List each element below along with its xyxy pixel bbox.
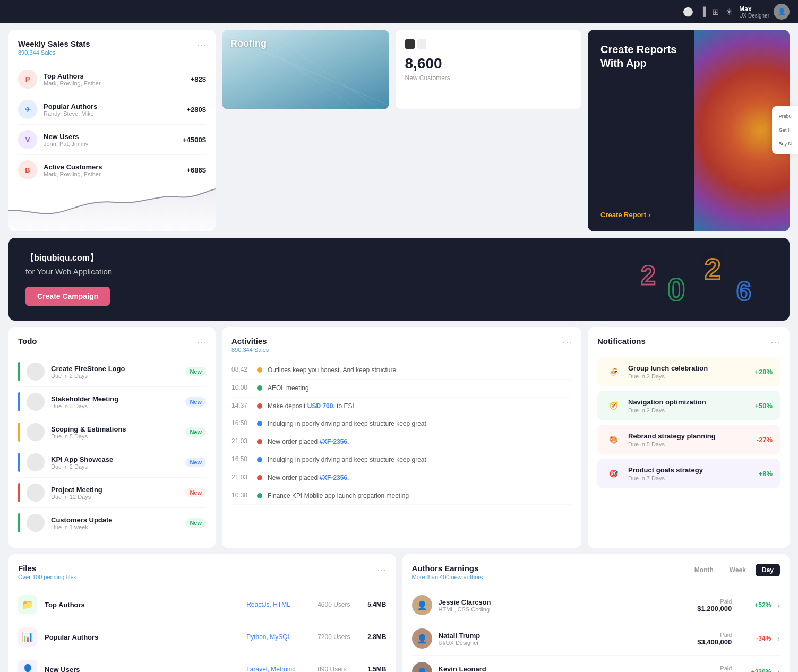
stat-items: P Top Authors Mark, Rowling, Esther +82$… <box>18 64 206 185</box>
todo-menu[interactable]: ⋯ <box>196 337 206 348</box>
grid-icon[interactable]: ⊞ <box>712 7 719 17</box>
author-change: -34% <box>744 635 771 642</box>
avatar <box>27 453 45 471</box>
activity-text: Outlines keep you honest. And keep struc… <box>268 366 572 375</box>
user-profile[interactable]: Max UX Designer 👤 <box>739 4 790 20</box>
file-name: Popular Authors <box>45 633 239 641</box>
author-change: +230% <box>744 668 771 672</box>
file-users: 7200 Users <box>318 633 360 641</box>
activity-time: 10:00 <box>231 384 252 391</box>
chevron-right-icon[interactable]: › <box>777 634 780 643</box>
notif-info: Product goals strategy Due in 7 Days <box>628 466 752 481</box>
stat-item: P Top Authors Mark, Rowling, Esther +82$ <box>18 64 206 94</box>
todo-badge: New <box>185 427 206 437</box>
file-tech: Python, MySQL <box>246 633 310 641</box>
nc-square-dark <box>405 39 415 49</box>
files-menu[interactable]: ⋯ <box>377 564 387 575</box>
list-item: 🎯 Product goals strategy Due in 7 Days +… <box>597 459 780 488</box>
list-item: 08:42 Outlines keep you honest. And keep… <box>231 361 572 380</box>
ae-tabs: Month Week Day <box>688 564 780 576</box>
todo-bar <box>18 423 20 442</box>
list-item: 🎨 Rebrand strategy planning Due in 5 Day… <box>597 425 780 454</box>
side-panel-item-geth[interactable]: Get H <box>774 124 796 136</box>
file-size: 2.8MB <box>367 633 386 641</box>
activity-text: Indulging in poorly driving and keep str… <box>268 419 572 428</box>
weekly-stats-subtitle: 890,344 Sales <box>18 49 90 56</box>
create-campaign-button[interactable]: Create Campaign <box>25 287 110 306</box>
notifications-card: Notifications ⋯ 🍜 Group lunch celebratio… <box>588 327 790 548</box>
files-subtitle: Over 100 pending files <box>18 574 76 580</box>
tab-week[interactable]: Week <box>723 564 752 576</box>
file-name: New Users <box>45 666 239 673</box>
activity-text: Finance KPI Mobile app launch preparion … <box>268 492 572 501</box>
stat-item: ✈ Popular Authors Randy, Steve, Mike +28… <box>18 94 206 125</box>
notif-icon: 🎯 <box>605 465 622 482</box>
list-item: 21:03 New order placed #XF-2356. <box>231 469 572 487</box>
todo-badge: New <box>185 367 206 376</box>
avatar <box>27 393 45 411</box>
tab-day[interactable]: Day <box>756 564 780 576</box>
svg-text:6: 6 <box>736 277 751 306</box>
todo-badge: New <box>185 518 206 528</box>
file-name: Top Authors <box>45 601 239 609</box>
side-panel-item-buyn[interactable]: Buy N <box>774 138 796 150</box>
chart-area <box>8 168 216 231</box>
stat-info: Top Authors Mark, Rowling, Esther <box>44 72 184 87</box>
list-item: 👤 Kevin Leonard Art Director Paid $35,60… <box>412 656 780 672</box>
list-item: 🍜 Group lunch celebration Due in 2 Days … <box>597 357 780 386</box>
list-item: 16:50 Indulging in poorly driving and ke… <box>231 415 572 433</box>
activity-dot <box>257 439 262 444</box>
notifications-menu[interactable]: ⋯ <box>770 337 780 348</box>
todo-badge: New <box>185 458 206 467</box>
create-report-link[interactable]: Create Report › <box>600 211 777 219</box>
todo-items: Create FireStone Logo Due in 2 Days New … <box>18 357 206 538</box>
activity-text: New order placed #XF-2356. <box>268 473 572 483</box>
todo-bar <box>18 453 20 472</box>
list-item: 16:50 Indulging in poorly driving and ke… <box>231 451 572 469</box>
todo-bar <box>18 483 20 502</box>
notifications-title: Notifications <box>597 337 646 346</box>
list-item: Project Meeting Due in 12 Days New <box>18 478 206 508</box>
chevron-right-icon[interactable]: › <box>777 601 780 609</box>
activity-dot <box>257 493 262 498</box>
activity-dot <box>257 421 262 426</box>
campaign-decoration: 2 0 2 6 <box>630 238 790 321</box>
tab-month[interactable]: Month <box>688 564 720 576</box>
activity-dot <box>257 457 262 462</box>
avatar: 👤 <box>412 662 432 672</box>
list-item: KPI App Showcase Due in 2 Days New <box>18 447 206 478</box>
todo-info: Create FireStone Logo Due in 2 Days <box>51 365 179 379</box>
weekly-stats-menu[interactable]: ⋯ <box>196 39 206 51</box>
brightness-icon[interactable]: ☀ <box>725 7 733 17</box>
todo-badge: New <box>185 488 206 497</box>
new-customers-card: 8,600 New Customers <box>396 30 582 109</box>
chevron-right-icon[interactable]: › <box>777 668 780 672</box>
activities-menu[interactable]: ⋯ <box>562 337 572 348</box>
activity-time: 08:42 <box>231 366 252 373</box>
author-info: Jessie Clarcson HTML, CSS Coding <box>439 598 691 613</box>
svg-text:2: 2 <box>705 253 721 286</box>
weekly-stats-title: Weekly Sales Stats <box>18 39 90 48</box>
avatar[interactable]: 👤 <box>774 4 790 20</box>
file-items: 📁 Top Authors ReactJs, HTML 4600 Users 5… <box>18 589 387 672</box>
avatar <box>27 423 45 441</box>
create-reports-card: Create ReportsWith App Create Report › <box>588 30 790 231</box>
list-item: 14:37 Make deposit USD 700. to ESL <box>231 398 572 416</box>
list-item: Stakeholder Meeting Due in 3 Days New <box>18 387 206 417</box>
activity-time: 21:03 <box>231 473 252 481</box>
list-item: Create FireStone Logo Due in 2 Days New <box>18 357 206 387</box>
stat-info: Popular Authors Randy, Steve, Mike <box>44 102 180 117</box>
activity-text: Make deposit USD 700. to ESL <box>268 402 572 411</box>
list-item: 10:30 Finance KPI Mobile app launch prep… <box>231 487 572 505</box>
authors-title: Authors Earnings <box>412 564 483 573</box>
file-users: 890 Users <box>318 666 360 672</box>
notif-info: Navigation optimization Due in 2 Days <box>628 398 748 413</box>
search-icon[interactable]: ⚪ <box>683 7 693 17</box>
new-customers-label: New Customers <box>405 74 572 82</box>
battery-icon: ▐ <box>700 7 706 16</box>
notification-items: 🍜 Group lunch celebration Due in 2 Days … <box>597 357 780 488</box>
side-panel-item-prebu[interactable]: Prebu <box>774 110 796 122</box>
todo-title: Todo <box>18 337 37 346</box>
weekly-sales-card: Weekly Sales Stats 890,344 Sales ⋯ P Top… <box>8 30 216 231</box>
todo-info: Project Meeting Due in 12 Days <box>51 486 179 500</box>
